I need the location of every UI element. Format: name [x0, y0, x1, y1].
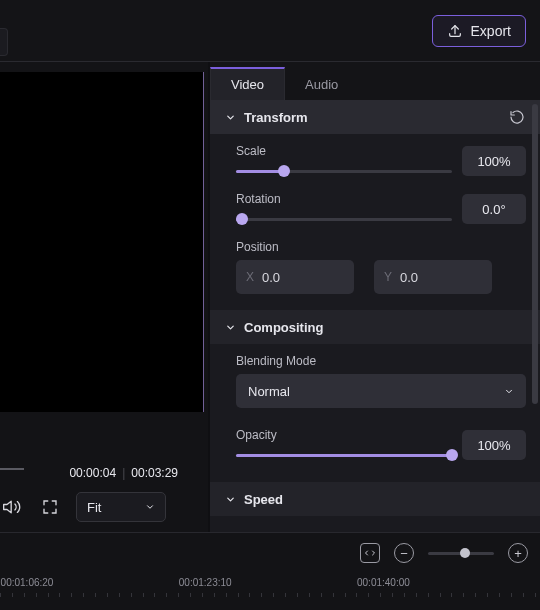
scale-label: Scale [236, 144, 452, 158]
tab-video-label: Video [231, 77, 264, 92]
ruler-label: 00:01:23:10 [179, 577, 232, 588]
y-prefix: Y [384, 270, 392, 284]
timeline-ruler[interactable]: 00:01:06:2000:01:23:1000:01:40:00 [0, 577, 540, 605]
section-title-compositing: Compositing [244, 320, 323, 335]
export-label: Export [471, 23, 511, 39]
fit-mode-label: Fit [87, 500, 101, 515]
rotation-value[interactable]: 0.0° [462, 194, 526, 224]
x-prefix: X [246, 270, 254, 284]
section-header-compositing[interactable]: Compositing [210, 310, 540, 344]
chevron-down-icon [224, 493, 236, 505]
opacity-value[interactable]: 100% [462, 430, 526, 460]
export-button[interactable]: Export [432, 15, 526, 47]
panel-scrollbar[interactable] [532, 104, 538, 404]
position-label: Position [236, 240, 526, 254]
tab-audio[interactable]: Audio [285, 67, 358, 100]
position-y-value: 0.0 [400, 270, 418, 285]
chevron-down-icon [224, 321, 236, 333]
fit-timeline-button[interactable] [360, 543, 380, 563]
property-tabs: Video Audio [210, 62, 540, 100]
video-preview-canvas[interactable] [0, 72, 204, 412]
blend-mode-select[interactable]: Normal [236, 374, 526, 408]
chevron-down-icon [145, 502, 155, 512]
zoom-slider[interactable] [428, 552, 494, 555]
rotation-slider[interactable] [236, 212, 452, 226]
section-header-speed[interactable]: Speed [210, 482, 540, 516]
preview-seekbar[interactable] [0, 468, 24, 470]
scale-slider[interactable] [236, 164, 452, 178]
ruler-label: 00:01:06:20 [1, 577, 54, 588]
time-separator: | [122, 466, 125, 480]
position-x-value: 0.0 [262, 270, 280, 285]
window-control-stub [0, 28, 8, 56]
fit-mode-select[interactable]: Fit [76, 492, 166, 522]
fullscreen-icon[interactable] [38, 495, 62, 519]
position-y-input[interactable]: Y 0.0 [374, 260, 492, 294]
svg-marker-1 [4, 501, 12, 513]
opacity-slider[interactable] [236, 448, 452, 462]
chevron-down-icon [504, 386, 514, 396]
zoom-in-button[interactable]: + [508, 543, 528, 563]
section-header-transform[interactable]: Transform [210, 100, 540, 134]
tab-video[interactable]: Video [210, 67, 285, 100]
blend-mode-value: Normal [248, 384, 290, 399]
reset-icon[interactable] [508, 108, 526, 126]
zoom-out-button[interactable]: − [394, 543, 414, 563]
chevron-down-icon [224, 111, 236, 123]
current-time: 00:00:04 [69, 466, 116, 480]
position-x-input[interactable]: X 0.0 [236, 260, 354, 294]
scale-value[interactable]: 100% [462, 146, 526, 176]
total-duration: 00:03:29 [131, 466, 178, 480]
upload-icon [447, 23, 463, 39]
section-title-speed: Speed [244, 492, 283, 507]
ruler-label: 00:01:40:00 [357, 577, 410, 588]
section-title-transform: Transform [244, 110, 308, 125]
rotation-label: Rotation [236, 192, 452, 206]
volume-icon[interactable] [0, 495, 24, 519]
tab-audio-label: Audio [305, 77, 338, 92]
blend-label: Blending Mode [236, 354, 526, 368]
opacity-label: Opacity [236, 428, 452, 442]
